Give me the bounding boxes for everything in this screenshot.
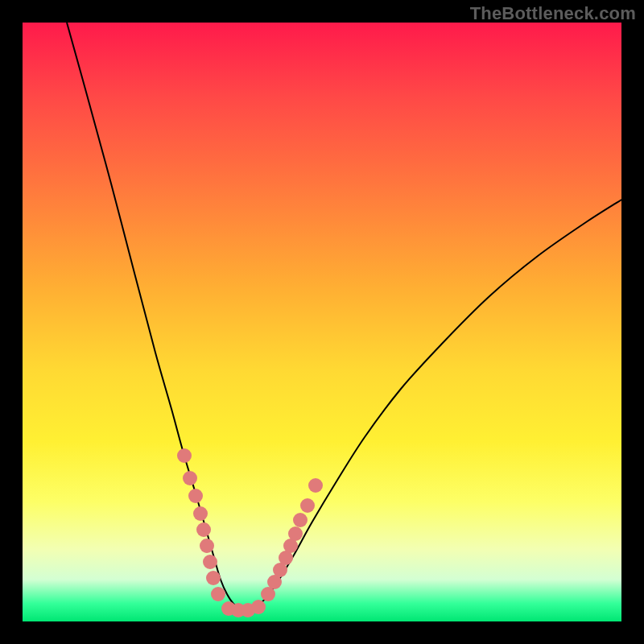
watermark-text: TheBottleneck.com [470, 3, 636, 24]
marker-dot [206, 571, 221, 585]
marker-dot [300, 498, 315, 513]
marker-dot [183, 471, 197, 485]
marker-dot [308, 478, 323, 493]
bottleneck-curve [67, 23, 621, 610]
marker-dot [193, 506, 208, 521]
marker-dot [288, 526, 303, 541]
marker-dot [196, 522, 211, 537]
marker-dot [177, 448, 192, 463]
marker-dot [251, 600, 266, 614]
marker-dot [203, 555, 217, 569]
marker-dot [188, 489, 203, 503]
marker-dot [200, 539, 214, 553]
marker-dots-group [177, 448, 323, 617]
curve-group [67, 23, 621, 610]
plot-area [23, 23, 621, 621]
chart-svg [23, 23, 621, 621]
marker-dot [293, 513, 308, 527]
marker-dot [211, 587, 225, 601]
